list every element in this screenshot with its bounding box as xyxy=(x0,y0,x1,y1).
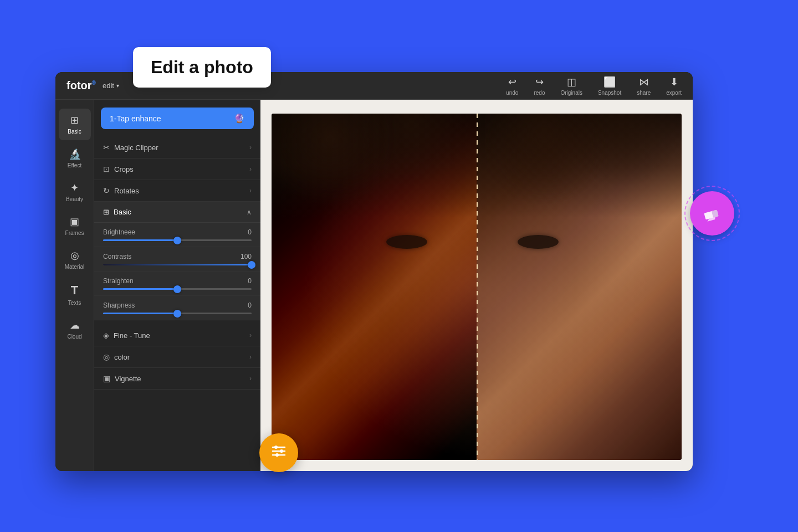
straighten-track[interactable] xyxy=(103,288,252,290)
page-title: Edit a photo xyxy=(151,57,253,78)
basic-header[interactable]: ⊞ Basic ∧ xyxy=(94,202,260,223)
magic-clipper-chevron: › xyxy=(249,144,252,151)
redo-icon: ↪ xyxy=(535,76,544,88)
sidebar-item-basic[interactable]: ⊞ Basic xyxy=(59,109,91,140)
cloud-sidebar-icon: ☁ xyxy=(70,319,80,331)
brightness-track[interactable] xyxy=(103,239,252,241)
straighten-thumb[interactable] xyxy=(173,285,181,293)
eye-left xyxy=(386,235,427,249)
straighten-fill xyxy=(103,288,177,290)
sidebar-item-frames[interactable]: ▣ Frames xyxy=(59,210,91,242)
fine-tune-row[interactable]: ◈ Fine - Tune › xyxy=(94,325,260,346)
main-content: ⊞ Basic 🔬 Effect ✦ Beauty ▣ Frames ◎ Mat… xyxy=(55,100,693,471)
toolbar-redo[interactable]: ↪ redo xyxy=(534,76,545,96)
effect-sidebar-icon: 🔬 xyxy=(69,148,81,160)
texts-sidebar-icon: T xyxy=(71,283,78,298)
sidebar-item-effect[interactable]: 🔬 Effect xyxy=(59,142,91,174)
icon-sidebar: ⊞ Basic 🔬 Effect ✦ Beauty ▣ Frames ◎ Mat… xyxy=(55,100,94,471)
settings-fab-button[interactable] xyxy=(259,433,298,472)
eye-right xyxy=(518,235,559,249)
contrasts-fill xyxy=(103,264,252,265)
edit-menu-chevron: ▾ xyxy=(116,83,119,89)
brightness-thumb[interactable] xyxy=(173,237,181,244)
material-sidebar-icon: ◎ xyxy=(70,249,79,262)
vignette-icon: ▣ xyxy=(103,374,110,383)
tap-enhance-button[interactable]: 1-Tap enhance 🔮 xyxy=(101,108,254,129)
sidebar-item-beauty[interactable]: ✦ Beauty xyxy=(59,176,91,208)
svg-point-5 xyxy=(280,449,283,453)
adjustments-icon xyxy=(270,443,287,463)
basic-chevron-up: ∧ xyxy=(247,208,252,216)
color-icon: ◎ xyxy=(103,352,110,361)
share-icon: ⋈ xyxy=(639,76,649,88)
canvas-area xyxy=(260,100,693,471)
svg-point-3 xyxy=(274,446,278,449)
toolbar-icons: ↩ undo ↪ redo ◫ Originals ⬜ Snapshot ⋈ s… xyxy=(506,76,682,96)
basic-sidebar-icon: ⊞ xyxy=(70,114,79,126)
color-chevron: › xyxy=(249,353,252,361)
contrasts-slider-group: Contrasts 100 xyxy=(94,247,260,272)
basic-section: ⊞ Basic ∧ Brightneee 0 xyxy=(94,202,260,320)
crop-icon: ⊡ xyxy=(103,165,110,173)
scissors-icon: ✂ xyxy=(103,143,110,152)
originals-icon: ◫ xyxy=(567,76,576,88)
toolbar-originals[interactable]: ◫ Originals xyxy=(560,76,582,96)
sharpness-fill xyxy=(103,313,177,314)
vignette-chevron: › xyxy=(249,375,252,382)
photo-container xyxy=(272,114,682,460)
undo-icon: ↩ xyxy=(508,76,516,88)
toolbar-undo[interactable]: ↩ undo xyxy=(506,76,518,96)
tooltip-card: Edit a photo xyxy=(133,47,271,88)
crops-row[interactable]: ⊡ Crops › xyxy=(94,158,260,180)
fine-tune-icon: ◈ xyxy=(103,331,109,340)
toolbar-export[interactable]: ⬇ export xyxy=(666,76,682,96)
straighten-slider-group: Straighten 0 xyxy=(94,272,260,296)
app-window: fotor® edit ▾ ↩ undo ↪ redo ◫ Originals … xyxy=(55,72,693,471)
contrasts-thumb[interactable] xyxy=(248,261,255,269)
snapshot-icon: ⬜ xyxy=(603,76,616,88)
toolbar-snapshot[interactable]: ⬜ Snapshot xyxy=(598,76,621,96)
sidebar-item-texts[interactable]: T Texts xyxy=(59,278,91,311)
photo-display xyxy=(272,114,682,460)
vignette-row[interactable]: ▣ Vignette › xyxy=(94,368,260,390)
export-icon: ⬇ xyxy=(670,76,678,88)
toolbar-share[interactable]: ⋈ share xyxy=(637,76,651,96)
logo: fotor® xyxy=(66,79,96,92)
svg-point-7 xyxy=(275,453,279,457)
sharpness-slider-group: Sharpness 0 xyxy=(94,296,260,320)
brightness-fill xyxy=(103,239,177,241)
rotates-chevron: › xyxy=(249,187,252,195)
magic-wand-icon: 🔮 xyxy=(234,113,245,124)
rotates-row[interactable]: ↻ Rotates › xyxy=(94,180,260,202)
crops-chevron: › xyxy=(249,165,252,173)
eraser-badge[interactable] xyxy=(690,191,734,236)
split-comparison-line xyxy=(477,114,478,460)
sharpness-track[interactable] xyxy=(103,313,252,314)
controls-panel: 1-Tap enhance 🔮 ✂ Magic Clipper › ⊡ Crop… xyxy=(94,100,260,471)
rotate-icon: ↻ xyxy=(103,186,110,195)
sidebar-item-cloud[interactable]: ☁ Cloud xyxy=(59,314,91,345)
fine-tune-chevron: › xyxy=(249,331,252,339)
sharpness-thumb[interactable] xyxy=(173,310,181,318)
magic-clipper-row[interactable]: ✂ Magic Clipper › xyxy=(94,137,260,158)
frames-sidebar-icon: ▣ xyxy=(70,216,79,228)
eraser-icon xyxy=(700,201,724,226)
basic-icon: ⊞ xyxy=(103,208,109,216)
color-row[interactable]: ◎ color › xyxy=(94,346,260,368)
sidebar-item-material[interactable]: ◎ Material xyxy=(59,244,91,275)
brightness-slider-group: Brightneee 0 xyxy=(94,223,260,247)
edit-menu[interactable]: edit ▾ xyxy=(103,81,119,90)
contrasts-track[interactable] xyxy=(103,264,252,265)
beauty-sidebar-icon: ✦ xyxy=(70,182,79,194)
